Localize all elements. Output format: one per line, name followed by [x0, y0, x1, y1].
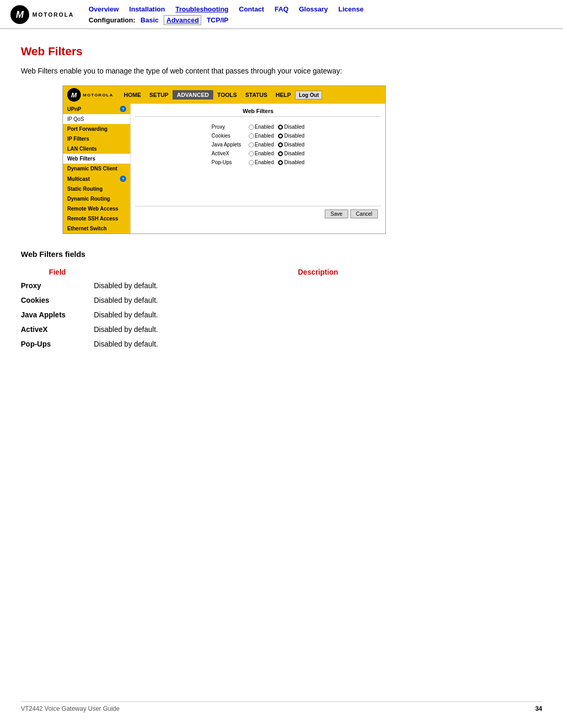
gw-sidebar-ipfilters[interactable]: IP Filters [63, 134, 130, 144]
field-desc-proxy: Disabled by default. [94, 278, 542, 293]
nav-troubleshooting[interactable]: Troubleshooting [175, 5, 228, 13]
gw-nav-advanced[interactable]: ADVANCED [173, 90, 213, 100]
gw-nav-setup[interactable]: SETUP [145, 90, 173, 100]
gw-logout-button[interactable]: Log Out [295, 91, 322, 100]
motorola-logo: M MOTOROLA [10, 5, 78, 28]
popups-disabled-radio[interactable] [278, 160, 283, 165]
gw-footer: Save Cancel [135, 206, 381, 221]
filter-row-cookies: Cookies Enabled Disabled [209, 132, 308, 140]
javaapplets-disabled-radio[interactable] [278, 142, 283, 147]
gw-filters-table: Proxy Enabled Disabled [207, 122, 309, 167]
gw-panel-title: Web Filters [135, 108, 381, 117]
gw-sidebar: UPnP ? IP QoS Port Forwarding IP Filters… [63, 104, 131, 233]
gw-logo-circle: M [67, 88, 81, 102]
filter-name-popups: Pop-Ups [209, 158, 244, 166]
javaapplets-enabled-radio[interactable] [249, 142, 254, 147]
gw-nav-help[interactable]: HELP [272, 90, 295, 100]
gw-sidebar-ipqos[interactable]: IP QoS [63, 114, 130, 124]
col-header-description: Description [94, 266, 542, 278]
field-row-javaapplets: Java Applets Disabled by default. [21, 307, 542, 322]
gw-sidebar-lanclients[interactable]: LAN Clients [63, 144, 130, 154]
gw-nav-items: HOME SETUP ADVANCED TOOLS STATUS HELP Lo… [120, 90, 381, 100]
nav-overview[interactable]: Overview [89, 5, 119, 13]
motorola-m-icon: M [16, 9, 24, 20]
field-row-popups: Pop-Ups Disabled by default. [21, 337, 542, 351]
gw-motorola-text: MOTOROLA [83, 93, 114, 97]
config-advanced[interactable]: Advanced [164, 15, 201, 25]
gw-sidebar-dynamicdns[interactable]: Dynamic DNS Client [63, 164, 130, 174]
fields-heading: Web Filters fields [21, 250, 542, 258]
footer-page-number: 34 [535, 705, 542, 712]
gw-sidebar-remotesshaccess[interactable]: Remote SSH Access [63, 214, 130, 224]
gw-main-panel: Web Filters Proxy Enabled [131, 104, 385, 233]
nav-faq[interactable]: FAQ [275, 5, 289, 13]
nav-contact[interactable]: Contact [239, 5, 264, 13]
field-desc-activex: Disabled by default. [94, 322, 542, 337]
nav-license[interactable]: License [338, 5, 363, 13]
javaapplets-disabled-option[interactable]: Disabled [278, 142, 304, 147]
proxy-disabled-radio[interactable] [278, 125, 283, 130]
footer-left-text: VT2442 Voice Gateway User Guide [21, 705, 119, 712]
main-content: Web Filters Web Filters enable you to ma… [0, 29, 563, 367]
gw-sidebar-portforwarding[interactable]: Port Forwarding [63, 124, 130, 134]
activex-enabled-option[interactable]: Enabled [249, 151, 274, 156]
gw-nav-status[interactable]: STATUS [241, 90, 271, 100]
activex-enabled-radio[interactable] [249, 151, 254, 156]
gateway-screenshot: M MOTOROLA HOME SETUP ADVANCED TOOLS STA… [63, 85, 386, 234]
fields-section: Web Filters fields Field Description Pro… [21, 250, 542, 351]
gw-sidebar-dynamicrouting[interactable]: Dynamic Routing [63, 194, 130, 204]
gw-sidebar-webfilters[interactable]: Web Filters [63, 154, 130, 164]
nav-row-bottom: Configuration: Basic Advanced TCP/IP [78, 15, 553, 25]
config-tcpip[interactable]: TCP/IP [206, 16, 228, 24]
filter-options-popups: Enabled Disabled [246, 158, 308, 166]
gw-sidebar-multicast[interactable]: Multicast ? [63, 174, 130, 184]
gw-cancel-button[interactable]: Cancel [350, 209, 378, 218]
field-desc-javaapplets: Disabled by default. [94, 307, 542, 322]
filter-options-cookies: Enabled Disabled [246, 132, 308, 140]
gw-nav-home[interactable]: HOME [120, 90, 145, 100]
filter-row-activex: ActiveX Enabled Disabled [209, 150, 308, 157]
proxy-enabled-option[interactable]: Enabled [249, 124, 274, 130]
motorola-logo-circle: M [10, 5, 29, 24]
javaapplets-enabled-option[interactable]: Enabled [249, 142, 274, 147]
activex-disabled-option[interactable]: Disabled [278, 151, 304, 156]
gw-m-icon: M [71, 91, 77, 99]
popups-disabled-option[interactable]: Disabled [278, 159, 304, 165]
gw-logo: M MOTOROLA [67, 88, 114, 102]
page-footer: VT2442 Voice Gateway User Guide 34 [21, 701, 542, 712]
gw-save-button[interactable]: Save [325, 209, 348, 218]
gw-sidebar-staticrouting[interactable]: Static Routing [63, 184, 130, 194]
cookies-disabled-radio[interactable] [278, 133, 283, 139]
col-header-field: Field [21, 266, 94, 278]
config-label: Configuration: [89, 16, 136, 24]
filter-name-activex: ActiveX [209, 150, 244, 157]
gw-sidebar-upnp[interactable]: UPnP ? [63, 104, 130, 114]
upnp-question-icon: ? [120, 106, 126, 112]
top-navigation: M MOTOROLA Overview Installation Trouble… [0, 0, 563, 29]
filter-options-javaapplets: Enabled Disabled [246, 141, 308, 149]
cookies-disabled-option[interactable]: Disabled [278, 133, 304, 139]
filter-options-proxy: Enabled Disabled [246, 123, 308, 131]
intro-text: Web Filters enable you to manage the typ… [21, 67, 542, 75]
popups-enabled-radio[interactable] [249, 160, 254, 165]
field-row-activex: ActiveX Disabled by default. [21, 322, 542, 337]
filter-row-popups: Pop-Ups Enabled Disabled [209, 158, 308, 166]
nav-glossary[interactable]: Glossary [299, 5, 328, 13]
field-desc-popups: Disabled by default. [94, 337, 542, 351]
gw-navbar: M MOTOROLA HOME SETUP ADVANCED TOOLS STA… [63, 86, 385, 104]
cookies-enabled-radio[interactable] [249, 133, 254, 139]
gw-sidebar-ethernetswitch[interactable]: Ethernet Switch [63, 224, 130, 233]
proxy-disabled-option[interactable]: Disabled [278, 124, 304, 130]
activex-disabled-radio[interactable] [278, 151, 283, 156]
gw-nav-tools[interactable]: TOOLS [213, 90, 241, 100]
field-row-cookies: Cookies Disabled by default. [21, 293, 542, 307]
nav-installation[interactable]: Installation [129, 5, 165, 13]
gw-body: UPnP ? IP QoS Port Forwarding IP Filters… [63, 104, 385, 233]
proxy-enabled-radio[interactable] [249, 125, 254, 130]
cookies-enabled-option[interactable]: Enabled [249, 133, 274, 139]
popups-enabled-option[interactable]: Enabled [249, 159, 274, 165]
field-name-cookies: Cookies [21, 293, 94, 307]
field-name-popups: Pop-Ups [21, 337, 94, 351]
config-basic[interactable]: Basic [141, 16, 159, 24]
gw-sidebar-remotewebaccess[interactable]: Remote Web Access [63, 204, 130, 214]
